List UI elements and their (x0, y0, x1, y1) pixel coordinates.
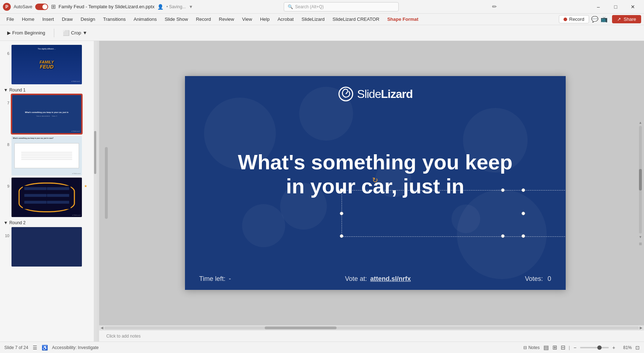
left-gutter (99, 41, 113, 325)
from-beginning-button[interactable]: ▶ From Beginning (4, 29, 49, 37)
hscroll-left-icon[interactable]: ◀ (101, 326, 103, 330)
menu-slideshow[interactable]: Slide Show (161, 15, 191, 23)
votes-count: Votes: 0 (525, 275, 551, 283)
zoom-value[interactable]: 81% (619, 345, 632, 350)
record-button[interactable]: Record (559, 15, 589, 23)
slide-item-6[interactable]: 6 The slightly different ... FAMILY FEUD… (0, 44, 97, 85)
slide-thumb-6[interactable]: The slightly different ... FAMILY FEUD ●… (11, 45, 82, 84)
menu-help[interactable]: Help (256, 15, 273, 23)
slide-thumb-9[interactable]: ● SlideLizard (11, 178, 82, 217)
time-left: Time left: - (199, 275, 231, 283)
time-left-value: - (229, 275, 231, 282)
zoom-fit-icon[interactable]: ⊞ (639, 242, 642, 246)
menu-slidelizard[interactable]: SlideLizard (298, 15, 328, 23)
slide-8-grid (14, 143, 79, 168)
saving-dropdown[interactable]: ▼ (189, 4, 193, 9)
round-1-label[interactable]: ▼ Round 1 (0, 85, 97, 93)
fit-to-window-icon[interactable]: ⊡ (635, 345, 640, 350)
slide-9-oval (19, 183, 75, 212)
slide-9-star: ★ (84, 178, 87, 188)
menu-view[interactable]: View (238, 15, 256, 23)
close-button[interactable]: ✕ (625, 0, 641, 14)
logo-spiral-icon (338, 86, 353, 102)
zoom-out-icon[interactable]: − (574, 345, 576, 350)
horizontal-scrollbar[interactable]: ◀ ▶ (99, 325, 644, 330)
vertical-scrollbar[interactable] (639, 126, 642, 234)
autosave-toggle[interactable] (35, 4, 48, 10)
search-placeholder: Search (Alt+Q) (295, 4, 324, 9)
handle-bot-center[interactable] (501, 234, 505, 238)
zoom-slider-thumb[interactable] (597, 345, 602, 350)
handle-mid-left[interactable] (340, 212, 343, 215)
slides-scrollbar-thumb[interactable] (94, 131, 96, 174)
menu-review[interactable]: Review (215, 15, 238, 23)
menu-transitions[interactable]: Transitions (99, 15, 129, 23)
menu-acrobat[interactable]: Acrobat (274, 15, 297, 23)
vscroll-thumb[interactable] (639, 169, 642, 190)
slide-6-subtitle: The slightly different ... (11, 48, 82, 50)
notes-placeholder[interactable]: Click to add notes (106, 334, 140, 339)
menu-animations[interactable]: Animations (130, 15, 160, 23)
presenter-view-icon[interactable]: ⊟ (561, 344, 565, 351)
slide-thumb-8[interactable]: What's something you keep in your car, j… (11, 136, 82, 175)
menu-draw[interactable]: Draw (58, 15, 76, 23)
menu-slidelizard-creator[interactable]: SlideLizard CREATOR (329, 15, 383, 23)
slide-canvas[interactable]: SlideLizard ↻ (185, 76, 566, 290)
present-icon[interactable]: 📺 (601, 16, 608, 23)
autosave-label: AutoSave (14, 4, 32, 9)
slide-main-text[interactable]: What's something you keep in your car, j… (226, 150, 524, 198)
maximize-button[interactable]: □ (607, 0, 624, 14)
menu-home[interactable]: Home (18, 15, 38, 23)
slides-panel-scrollbar[interactable] (94, 41, 97, 342)
notes-label: Notes (528, 345, 539, 350)
slide-item-9[interactable]: 9 ● SlideLizard ★ (0, 176, 97, 218)
crop-button[interactable]: ⬜ Crop ▼ (59, 28, 91, 38)
handle-mid-right[interactable] (522, 212, 525, 215)
window-controls: – □ ✕ (590, 0, 641, 14)
file-versions-icon[interactable]: ⊞ (51, 3, 56, 10)
accessibility-icon[interactable]: ♿ (42, 345, 48, 350)
toolbar: ▶ From Beginning ⬜ Crop ▼ (0, 25, 644, 41)
round-2-label[interactable]: ▼ Round 2 (0, 218, 97, 226)
comments-icon[interactable]: 💬 (591, 16, 598, 23)
handle-bot-right[interactable] (522, 234, 525, 238)
menu-shape-format[interactable]: Shape Format (384, 15, 422, 23)
menu-file[interactable]: File (3, 15, 18, 23)
zoom-in-icon[interactable]: + (612, 345, 615, 350)
slide-item-7[interactable]: 7 What's something you keep in your car,… (0, 93, 97, 135)
share-button[interactable]: ↗ Share (612, 15, 641, 23)
slide-thumb-7[interactable]: What's something you keep in your car, j… (11, 94, 82, 134)
minimize-button[interactable]: – (590, 0, 607, 14)
zoom-slider[interactable] (580, 347, 609, 348)
record-label: Record (569, 17, 584, 22)
menu-insert[interactable]: Insert (39, 15, 58, 23)
slide-canvas-wrap[interactable]: SlideLizard ↻ (99, 41, 644, 325)
slide-number-10: 10 (3, 227, 9, 238)
crop-label: Crop (71, 30, 81, 36)
slides-scroll[interactable]: 6 The slightly different ... FAMILY FEUD… (0, 41, 97, 342)
menu-design[interactable]: Design (77, 15, 99, 23)
slide-thumb-10[interactable] (11, 227, 82, 267)
search-bar[interactable]: 🔍 Search (Alt+Q) (284, 2, 399, 11)
designer-icon[interactable]: ✏ (489, 3, 500, 10)
slide-item-10[interactable]: 10 (0, 226, 97, 268)
handle-bot-left[interactable] (340, 234, 343, 238)
slide-8-logo: ● SlideLizard (72, 173, 80, 174)
scroll-up-icon[interactable]: ▲ (639, 121, 642, 124)
crop-dropdown-arrow[interactable]: ▼ (83, 30, 87, 36)
notes-area[interactable]: Click to add notes (99, 330, 644, 342)
slide-item-8[interactable]: 8 What's something you keep in your car,… (0, 135, 97, 176)
vote-at-label: Vote at: (345, 275, 367, 282)
slide-menu-icon[interactable]: ☰ (33, 345, 37, 350)
left-scroll-area (105, 147, 108, 219)
notes-button[interactable]: ⊟ Notes (523, 345, 539, 350)
grid-view-icon[interactable]: ⊞ (552, 344, 557, 351)
menu-record[interactable]: Record (192, 15, 214, 23)
hscroll-track[interactable] (104, 326, 639, 329)
scroll-down-icon[interactable]: ▼ (639, 235, 642, 239)
slide-7-text: What's something you keep in your car, j… (25, 111, 68, 114)
normal-view-icon[interactable]: ▤ (543, 344, 549, 351)
hscroll-thumb[interactable] (265, 326, 337, 329)
hscroll-right-icon[interactable]: ▶ (640, 326, 643, 330)
votes-value: 0 (547, 275, 551, 282)
